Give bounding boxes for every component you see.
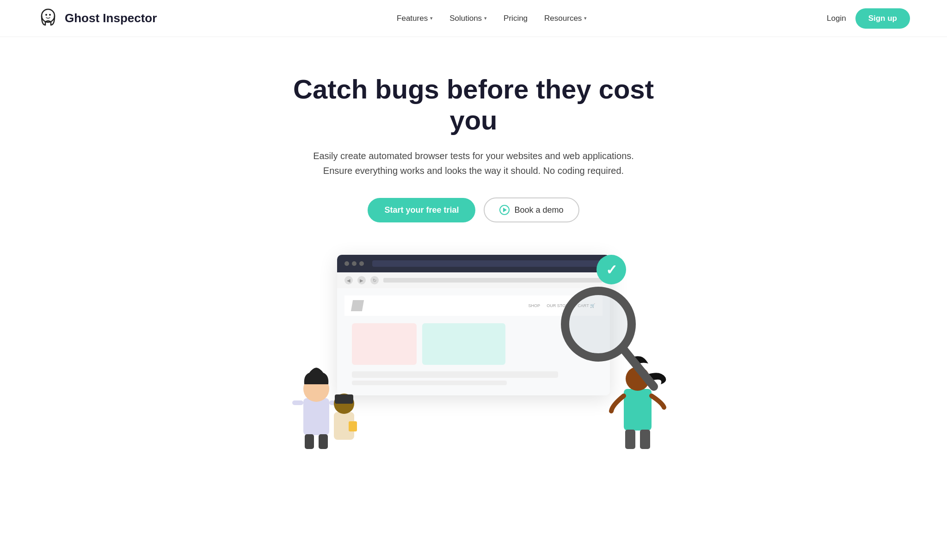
play-icon: [499, 205, 510, 215]
demo-button[interactable]: Book a demo: [484, 197, 579, 222]
svg-rect-13: [335, 394, 353, 404]
nav-features[interactable]: Features ▾: [397, 14, 433, 23]
back-icon: ◀: [344, 276, 353, 284]
trial-button[interactable]: Start your free trial: [368, 198, 475, 222]
hero-subtitle: Easily create automated browser tests fo…: [312, 148, 635, 178]
navbar: Ghost Inspector Features ▾ Solutions ▾ P…: [0, 0, 947, 37]
nav-solutions[interactable]: Solutions ▾: [449, 14, 487, 23]
logo-link[interactable]: Ghost Inspector: [37, 7, 157, 30]
nav-pricing[interactable]: Pricing: [504, 14, 528, 23]
logo-icon: [37, 7, 59, 30]
svg-rect-15: [624, 389, 652, 431]
svg-rect-9: [305, 434, 314, 449]
chevron-down-icon: ▾: [484, 15, 487, 21]
hero-illustration: ◀ ▶ ↻ SHOP OUR STORY CART 🛒: [265, 255, 682, 449]
check-icon: ✓: [606, 262, 617, 278]
content-block-1: [352, 323, 417, 365]
svg-rect-7: [292, 400, 303, 405]
signup-button[interactable]: Sign up: [855, 8, 910, 29]
nav-links: Features ▾ Solutions ▾ Pricing Resources…: [397, 14, 587, 23]
magnifier-icon: [557, 283, 658, 394]
svg-rect-17: [625, 430, 635, 449]
person-middle-figure: [321, 375, 367, 449]
site-nav-shop: SHOP: [529, 303, 541, 308]
svg-line-4: [624, 350, 654, 387]
play-triangle: [503, 208, 507, 212]
svg-rect-14: [349, 421, 357, 431]
login-button[interactable]: Login: [827, 14, 846, 23]
content-block-2: [422, 323, 505, 365]
chevron-down-icon: ▾: [430, 15, 433, 21]
nav-resources[interactable]: Resources ▾: [544, 14, 587, 23]
nav-actions: Login Sign up: [827, 8, 910, 29]
refresh-icon: ↻: [370, 276, 379, 284]
hero-cta: Start your free trial Book a demo: [368, 197, 579, 222]
site-logo: [351, 300, 364, 311]
svg-point-1: [45, 14, 47, 16]
check-badge: ✓: [596, 255, 626, 284]
forward-icon: ▶: [357, 276, 366, 284]
brand-name: Ghost Inspector: [65, 11, 157, 25]
chevron-down-icon: ▾: [584, 15, 587, 21]
svg-rect-18: [640, 430, 650, 449]
svg-point-2: [49, 14, 51, 16]
hero-section: Catch bugs before they cost you Easily c…: [0, 37, 947, 449]
hero-title: Catch bugs before they cost you: [284, 74, 663, 135]
